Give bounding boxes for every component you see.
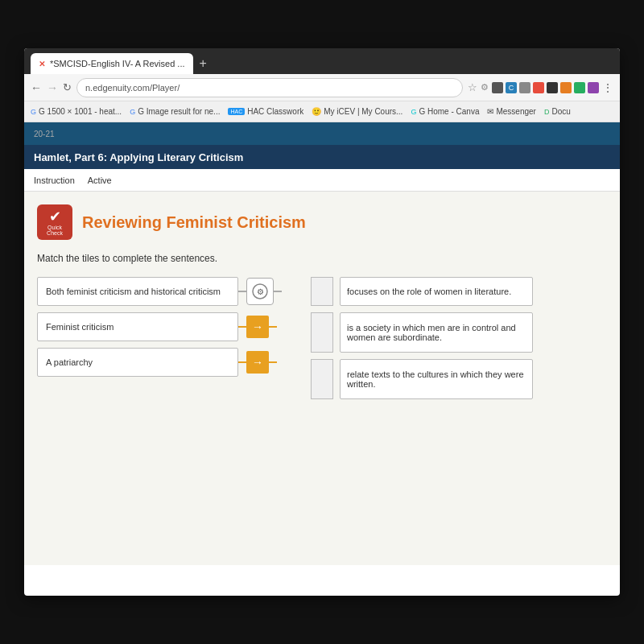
star-icon[interactable]: ☆	[468, 81, 477, 93]
main-content: ✔ QuickCheck Reviewing Feminist Criticis…	[24, 192, 620, 565]
block-icon	[547, 82, 558, 93]
bookmark-4[interactable]: 🙂 My iCEV | My Cours...	[312, 107, 402, 116]
smiley-icon: 🙂	[312, 107, 321, 116]
address-input[interactable]: n.edgenuity.com/Player/	[76, 78, 463, 97]
connector-row-1: ⚙	[238, 278, 303, 305]
arrow-btn-2[interactable]: →	[246, 316, 269, 338]
line-left-1	[238, 291, 246, 292]
match-row-2: Feminist criticism →	[37, 312, 303, 341]
instruction-text: Match the tiles to complete the sentence…	[37, 253, 607, 264]
match-container: Both feminist criticism and historical c…	[37, 277, 607, 399]
left-tile-2[interactable]: Feminist criticism	[37, 312, 238, 341]
link-icon-btn-1[interactable]: ⚙	[246, 278, 274, 305]
right-section: focuses on the role of women in literatu…	[311, 277, 533, 399]
bookmark-2[interactable]: G G Image result for ne...	[130, 107, 220, 116]
page-title: Reviewing Feminist Criticism	[82, 213, 306, 232]
green-icon	[574, 82, 585, 93]
bookmark-5[interactable]: G G Home - Canva	[411, 107, 479, 116]
right-row-1: focuses on the role of women in literatu…	[311, 277, 533, 306]
right-tile-3: relate texts to the cultures in which th…	[340, 359, 533, 399]
quick-check-icon: ✔ QuickCheck	[37, 204, 72, 240]
line-left-3	[238, 361, 246, 363]
shield-icon	[492, 82, 503, 93]
forward-button[interactable]: →	[47, 81, 58, 94]
drop-box-1[interactable]	[311, 277, 333, 306]
active-tab[interactable]: ✕ *SMCISD-English IV- A Revised ...	[31, 53, 193, 74]
google-icon-2: G	[130, 108, 135, 116]
doc-icon: D	[544, 108, 550, 116]
back-button[interactable]: ←	[31, 81, 42, 94]
right-tile-1: focuses on the role of women in literatu…	[340, 277, 533, 306]
section-header: Hamlet, Part 6: Applying Literary Critic…	[24, 145, 620, 169]
c-icon: C	[506, 82, 517, 93]
bookmark-3[interactable]: HAC HAC Classwork	[228, 107, 303, 116]
google-icon: G	[31, 108, 36, 116]
title-row: ✔ QuickCheck Reviewing Feminist Criticis…	[37, 204, 607, 240]
browser-window: ✕ *SMCISD-English IV- A Revised ... + ← …	[24, 48, 620, 596]
left-tile-3[interactable]: A patriarchy	[37, 348, 238, 377]
bookmark-7[interactable]: D Docu	[544, 107, 571, 116]
logo-icon	[560, 82, 572, 93]
line-right-3	[269, 361, 277, 363]
match-row-1: Both feminist criticism and historical c…	[37, 277, 303, 306]
tab-bar: ✕ *SMCISD-English IV- A Revised ... +	[24, 48, 620, 74]
course-code-bar: 20-21	[24, 122, 620, 145]
drop-box-2[interactable]	[311, 312, 333, 353]
page-content: 20-21 Hamlet, Part 6: Applying Literary …	[24, 122, 620, 565]
line-right-1	[274, 291, 282, 292]
checkmark-icon: ✔	[49, 209, 61, 224]
nav-instruction[interactable]: Instruction	[34, 175, 75, 185]
connector-row-2: →	[238, 316, 303, 338]
link-svg-1: ⚙	[252, 283, 268, 299]
address-text: n.edgenuity.com/Player/	[85, 83, 180, 93]
right-row-2: is a society in which men are in control…	[311, 312, 533, 353]
match-row-3: A patriarchy →	[37, 348, 303, 377]
extensions-icon[interactable]: ⚙	[481, 82, 489, 93]
course-code: 20-21	[34, 130, 55, 138]
address-bar-row: ← → ↻ n.edgenuity.com/Player/ ☆ ⚙ C	[24, 74, 620, 101]
reload-button[interactable]: ↻	[63, 81, 72, 93]
messenger-icon: ✉	[487, 107, 493, 116]
tab-close-x: ✕	[39, 60, 45, 68]
quick-check-label: QuickCheck	[47, 225, 63, 236]
bookmark-6[interactable]: ✉ Messenger	[487, 107, 535, 116]
outer-bg: ✕ *SMCISD-English IV- A Revised ... + ← …	[0, 0, 644, 644]
canva-icon: G	[411, 108, 416, 116]
nav-active[interactable]: Active	[88, 175, 112, 185]
svg-text:⚙: ⚙	[257, 287, 264, 296]
section-title: Hamlet, Part 6: Applying Literary Critic…	[34, 151, 243, 163]
tab-label: *SMCISD-English IV- A Revised ...	[50, 59, 185, 68]
bookmark-1[interactable]: G G 1500 × 1001 - heat...	[31, 107, 122, 116]
left-tile-1[interactable]: Both feminist criticism and historical c…	[37, 277, 238, 306]
right-tile-2: is a society in which men are in control…	[340, 312, 533, 353]
new-tab-button[interactable]: +	[193, 53, 213, 74]
drop-box-3[interactable]	[311, 359, 333, 399]
line-right-2	[269, 326, 277, 328]
line-left-2	[238, 326, 246, 328]
menu-dots[interactable]: ⋮	[602, 81, 613, 94]
right-row-3: relate texts to the cultures in which th…	[311, 359, 533, 399]
connector-row-3: →	[238, 351, 303, 374]
nav-bar: Instruction Active	[24, 169, 620, 192]
arrow-icon	[519, 82, 530, 93]
arrow-btn-3[interactable]: →	[246, 351, 269, 374]
purple-icon	[588, 82, 599, 93]
bookmarks-bar: G G 1500 × 1001 - heat... G G Image resu…	[24, 101, 620, 122]
browser-toolbar-icons: ☆ ⚙ C ⋮	[468, 81, 613, 94]
record-icon	[533, 82, 544, 93]
left-section: Both feminist criticism and historical c…	[37, 277, 303, 377]
hac-badge: HAC	[228, 108, 245, 115]
